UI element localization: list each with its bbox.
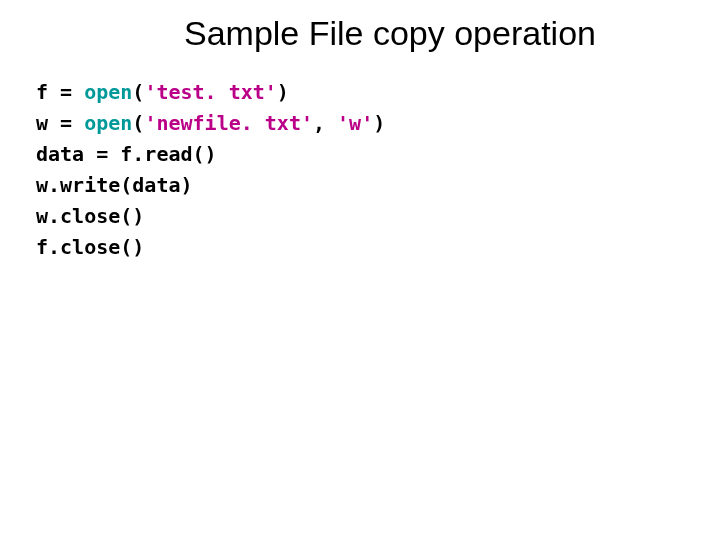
code-token: 'newfile. txt': [144, 111, 313, 135]
slide-title: Sample File copy operation: [90, 14, 690, 53]
code-token: (: [132, 80, 144, 104]
code-block: f = open('test. txt') w = open('newfile.…: [36, 77, 690, 263]
code-token: w =: [36, 111, 84, 135]
code-line-6: f.close(): [36, 232, 690, 263]
code-token: ,: [313, 111, 337, 135]
code-line-3: data = f.read(): [36, 139, 690, 170]
code-token: ): [373, 111, 385, 135]
code-token: open: [84, 80, 132, 104]
code-token: f =: [36, 80, 84, 104]
code-token: (: [132, 111, 144, 135]
code-token: 'test. txt': [144, 80, 276, 104]
code-token: open: [84, 111, 132, 135]
code-token: ): [277, 80, 289, 104]
code-line-2: w = open('newfile. txt', 'w'): [36, 108, 690, 139]
code-line-4: w.write(data): [36, 170, 690, 201]
code-line-1: f = open('test. txt'): [36, 77, 690, 108]
code-token: w.write(data): [36, 173, 193, 197]
code-line-5: w.close(): [36, 201, 690, 232]
code-token: 'w': [337, 111, 373, 135]
code-token: data = f.read(): [36, 142, 217, 166]
slide: Sample File copy operation f = open('tes…: [0, 0, 720, 540]
code-token: w.close(): [36, 204, 144, 228]
code-token: f.close(): [36, 235, 144, 259]
